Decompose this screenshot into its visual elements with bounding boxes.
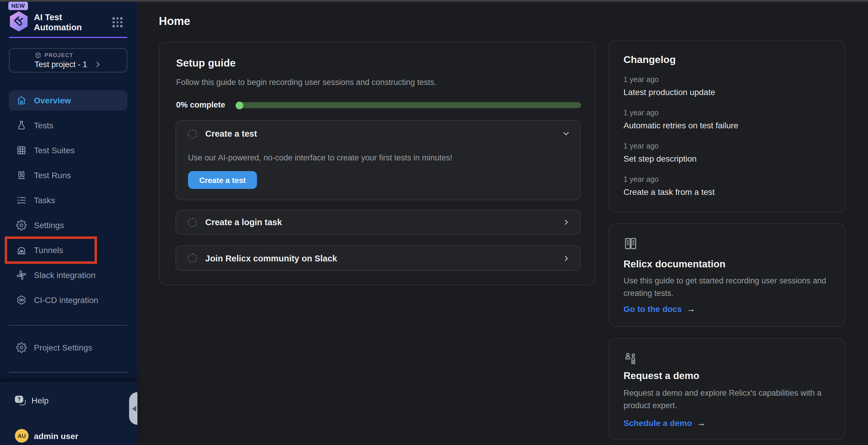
flask-icon xyxy=(16,120,27,131)
sidebar-item-tasks[interactable]: Tasks xyxy=(9,190,127,210)
setup-guide-description: Follow this guide to begin recording use… xyxy=(176,78,436,87)
help-button[interactable]: ? Help xyxy=(15,396,49,405)
people-icon xyxy=(623,351,638,366)
sidebar-item-label: Test Runs xyxy=(34,171,71,180)
setup-guide-card: Setup guide Follow this guide to begin r… xyxy=(159,42,595,285)
request-demo-card: Request a demo Request a demo and explor… xyxy=(609,338,845,440)
changelog-card: Changelog 1 year ago Latest production u… xyxy=(609,40,845,213)
link-label: Schedule a demo xyxy=(623,418,692,427)
new-badge: NEW xyxy=(8,2,28,10)
schedule-demo-link[interactable]: Schedule a demo → xyxy=(623,418,706,428)
sidebar-item-label: CI-CD integration xyxy=(34,295,98,305)
changelog-entry[interactable]: 1 year ago Latest production update xyxy=(623,75,738,97)
user-name: admin user xyxy=(34,431,78,441)
project-name: Test project - 1 xyxy=(34,60,87,69)
apps-grid-icon[interactable] xyxy=(112,16,123,28)
sidebar-item-tests[interactable]: Tests xyxy=(9,115,127,135)
sidebar-item-label: Tests xyxy=(34,121,53,130)
sidebar-item-label: Tasks xyxy=(34,196,55,205)
step-title: Create a login task xyxy=(205,217,282,227)
sidebar-item-project-settings[interactable]: Project Settings xyxy=(9,338,127,358)
sidebar-item-label: Tunnels xyxy=(34,245,63,255)
step-create-login-task[interactable]: Create a login task xyxy=(176,210,581,235)
sidebar-divider xyxy=(9,325,127,326)
go-to-docs-link[interactable]: Go to the docs → xyxy=(623,304,695,314)
changelog-title: Changelog xyxy=(623,54,676,66)
chevron-down-icon[interactable] xyxy=(562,129,570,138)
sidebar-item-overview[interactable]: Overview xyxy=(9,90,127,110)
sidebar-item-label: Test Suites xyxy=(34,145,75,155)
sidebar-item-label: Settings xyxy=(34,220,64,230)
progress-knob xyxy=(236,101,243,109)
entry-title: Latest production update xyxy=(623,87,738,97)
help-chat-icon: ? xyxy=(15,396,26,405)
table-grid-icon xyxy=(16,145,27,156)
avatar: AU xyxy=(15,429,29,443)
sidebar-item-tunnels[interactable]: Tunnels xyxy=(9,240,127,260)
app-title: AI Test Automation xyxy=(34,12,108,32)
project-selector[interactable]: PROJECT Test project - 1 xyxy=(9,48,127,72)
progress-label: 0% complete xyxy=(176,100,225,109)
changelog-entry[interactable]: 1 year ago Set step description xyxy=(623,141,738,164)
gear-icon xyxy=(16,342,27,353)
sidebar: NEW AI Test Automation PROJECT Test proj… xyxy=(0,0,137,445)
setup-guide-title: Setup guide xyxy=(176,57,236,70)
changelog-entry[interactable]: 1 year ago Automatic retries on test fai… xyxy=(623,108,738,131)
request-demo-title: Request a demo xyxy=(623,370,699,381)
entry-title: Set step description xyxy=(623,153,738,164)
create-a-test-button[interactable]: Create a test xyxy=(188,171,257,189)
arrow-right-icon: → xyxy=(697,418,706,428)
step-create-a-test[interactable]: Create a test Use our AI-powered, no-cod… xyxy=(176,120,581,200)
chevron-right-icon xyxy=(562,254,570,262)
book-icon xyxy=(623,236,638,251)
sidebar-item-test-runs[interactable]: Test Runs xyxy=(9,165,127,185)
documentation-title: Relicx documentation xyxy=(623,259,725,270)
sidebar-item-label: Overview xyxy=(34,96,71,105)
step-title: Create a test xyxy=(205,129,257,138)
chevron-right-icon xyxy=(94,61,101,68)
step-description: Use our AI-powered, no-code interface to… xyxy=(188,153,452,162)
documentation-card: Relicx documentation Use this guide to g… xyxy=(609,224,845,327)
step-status-icon xyxy=(188,254,197,263)
sidebar-item-test-suites[interactable]: Test Suites xyxy=(9,140,127,161)
home-icon xyxy=(16,95,27,106)
link-label: Go to the docs xyxy=(623,304,682,313)
collapse-left-icon xyxy=(132,406,136,411)
sidebar-item-label: Project Settings xyxy=(34,343,92,352)
step-status-icon xyxy=(188,129,197,138)
test-tube-icon xyxy=(12,15,25,28)
list-icon xyxy=(16,195,27,206)
sidebar-item-label: Slack integration xyxy=(34,270,95,280)
sidebar-item-cicd-integration[interactable]: CI-CD integration xyxy=(9,290,127,310)
sidebar-collapse-handle[interactable] xyxy=(129,392,137,425)
cube-icon xyxy=(34,52,42,59)
step-join-slack-community[interactable]: Join Relicx community on Slack xyxy=(176,245,581,271)
request-demo-description: Request a demo and explore Relicx's capa… xyxy=(623,387,834,412)
slack-icon xyxy=(16,270,27,280)
user-menu[interactable]: AU admin user xyxy=(15,429,78,443)
entry-time: 1 year ago xyxy=(623,108,738,117)
tunnel-icon xyxy=(16,245,27,255)
gear-icon xyxy=(16,220,27,231)
arrow-right-icon: → xyxy=(686,304,695,314)
accent-divider xyxy=(9,37,127,38)
columns-icon xyxy=(16,170,27,181)
step-title: Join Relicx community on Slack xyxy=(205,253,337,263)
cicd-hexagon-icon xyxy=(16,295,27,305)
entry-time: 1 year ago xyxy=(623,175,738,184)
progress-bar xyxy=(236,102,581,108)
app-window: NEW AI Test Automation PROJECT Test proj… xyxy=(0,0,868,445)
sidebar-nav: Overview Tests Test Suites Test Runs Tas… xyxy=(9,90,127,310)
step-status-icon xyxy=(188,218,197,227)
changelog-entries: 1 year ago Latest production update 1 ye… xyxy=(623,75,738,208)
sidebar-item-slack-integration[interactable]: Slack integration xyxy=(9,265,127,285)
page-title: Home xyxy=(159,15,190,28)
entry-title: Automatic retries on test failure xyxy=(623,120,738,131)
top-strip xyxy=(0,0,868,2)
entry-title: Create a task from a test xyxy=(623,186,738,197)
entry-time: 1 year ago xyxy=(623,141,738,151)
changelog-entry[interactable]: 1 year ago Create a task from a test xyxy=(623,175,738,197)
chevron-right-icon xyxy=(562,218,570,226)
sidebar-divider xyxy=(9,372,127,373)
sidebar-item-settings[interactable]: Settings xyxy=(9,215,127,235)
